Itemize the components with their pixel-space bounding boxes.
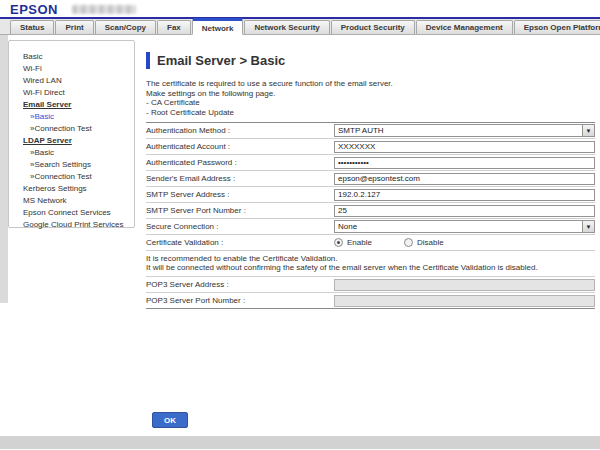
form-row-senders-email-address: Sender's Email Address : xyxy=(146,171,595,187)
field-label: Certificate Validation : xyxy=(146,238,334,247)
note-line: It will be connected without confirming … xyxy=(146,263,595,272)
form-row-pop3-server-address: POP3 Server Address : xyxy=(146,277,595,293)
note-line: It is recommended to enable the Certific… xyxy=(146,254,595,263)
tab-device-management[interactable]: Device Management xyxy=(416,20,513,34)
epson-logo: EPSON xyxy=(10,2,58,17)
sidebar-item-epson-connect-services[interactable]: Epson Connect Services xyxy=(9,207,134,219)
sidebar-item-wifi-direct[interactable]: Wi-Fi Direct xyxy=(9,87,134,99)
certificate-validation-radio-group: Enable Disable xyxy=(334,238,444,247)
sidebar-item-ms-network[interactable]: MS Network xyxy=(9,195,134,207)
radio-label: Enable xyxy=(347,238,372,247)
tab-scan-copy[interactable]: Scan/Copy xyxy=(95,20,156,34)
ok-button[interactable]: OK xyxy=(152,412,188,428)
page-title-box: Email Server > Basic xyxy=(146,52,595,69)
sidebar-item-ldap-basic[interactable]: »Basic xyxy=(9,147,134,159)
smtp-server-address-input[interactable] xyxy=(334,189,595,201)
form-row-smtp-server-port-number: SMTP Server Port Number : xyxy=(146,203,595,219)
field-label: Authentication Method : xyxy=(146,126,334,135)
sidebar-item-ldap-connection-test[interactable]: »Connection Test xyxy=(9,171,134,183)
form-row-certificate-validation: Certificate Validation : Enable Disable xyxy=(146,235,595,251)
left-gutter xyxy=(0,35,8,303)
form-row-secure-connection: Secure Connection : None ▼ xyxy=(146,219,595,235)
form-row-authenticated-password: Authenticated Password : xyxy=(146,155,595,171)
form-row-smtp-server-address: SMTP Server Address : xyxy=(146,187,595,203)
settings-form: Authentication Method : SMTP AUTH ▼ Auth… xyxy=(146,122,595,309)
authentication-method-select[interactable]: SMTP AUTH ▼ xyxy=(334,124,595,137)
tab-bar: Status Print Scan/Copy Fax Network Netwo… xyxy=(0,19,600,35)
radio-unselected-icon xyxy=(404,238,413,247)
tab-print[interactable]: Print xyxy=(55,20,93,34)
field-label: Authenticated Account : xyxy=(146,142,334,151)
field-label: Secure Connection : xyxy=(146,222,334,231)
authenticated-password-input[interactable] xyxy=(334,157,595,169)
selected-value: SMTP AUTH xyxy=(335,126,582,135)
smtp-server-port-number-input[interactable] xyxy=(334,205,595,217)
description-line: - Root Certificate Update xyxy=(146,108,595,118)
page-title: Email Server > Basic xyxy=(157,53,285,68)
field-label: Sender's Email Address : xyxy=(146,174,334,183)
description-line: - CA Certificate xyxy=(146,98,595,108)
page-footer-strip xyxy=(0,436,600,449)
secure-connection-select[interactable]: None ▼ xyxy=(334,220,595,233)
description-line: Make settings on the following page. xyxy=(146,89,595,99)
certificate-validation-enable-radio[interactable]: Enable xyxy=(334,238,372,247)
sidebar-item-wifi[interactable]: Wi-Fi xyxy=(9,63,134,75)
field-label: SMTP Server Address : xyxy=(146,190,334,199)
dropdown-arrow-icon[interactable]: ▼ xyxy=(582,125,594,136)
tab-product-security[interactable]: Product Security xyxy=(331,20,415,34)
form-row-pop3-server-port-number: POP3 Server Port Number : xyxy=(146,293,595,309)
sidebar-item-basic[interactable]: Basic xyxy=(9,51,134,63)
certificate-validation-note: It is recommended to enable the Certific… xyxy=(146,251,595,277)
title-accent-bar xyxy=(146,52,150,69)
pop3-server-port-number-input xyxy=(334,295,595,307)
selected-value: None xyxy=(335,222,582,231)
tab-network-security[interactable]: Network Security xyxy=(244,20,329,34)
sidebar-item-google-cloud-print-services[interactable]: Google Cloud Print Services xyxy=(9,219,134,231)
certificate-validation-disable-radio[interactable]: Disable xyxy=(404,238,444,247)
dropdown-arrow-icon[interactable]: ▼ xyxy=(582,221,594,232)
sidebar-item-kerberos-settings[interactable]: Kerberos Settings xyxy=(9,183,134,195)
field-label: POP3 Server Port Number : xyxy=(146,296,334,305)
sidebar-item-email-server-basic[interactable]: »Basic xyxy=(9,111,134,123)
sidebar-item-email-server-connection-test[interactable]: »Connection Test xyxy=(9,123,134,135)
main-content: Email Server > Basic The certificate is … xyxy=(146,35,595,309)
authenticated-account-input[interactable] xyxy=(334,141,595,153)
tab-fax[interactable]: Fax xyxy=(157,20,191,34)
tab-epson-open-platform[interactable]: Epson Open Platform xyxy=(514,20,600,34)
form-row-authenticated-account: Authenticated Account : xyxy=(146,139,595,155)
page-description: The certificate is required to use a sec… xyxy=(146,79,595,117)
sidebar-item-ldap-search-settings[interactable]: »Search Settings xyxy=(9,159,134,171)
app-header: EPSON xyxy=(0,0,600,17)
senders-email-address-input[interactable] xyxy=(334,173,595,185)
field-label: Authenticated Password : xyxy=(146,158,334,167)
workspace: Basic Wi-Fi Wired LAN Wi-Fi Direct Email… xyxy=(0,35,600,449)
sidebar-item-email-server[interactable]: Email Server xyxy=(9,99,134,111)
model-name-redacted xyxy=(72,5,136,14)
description-line: The certificate is required to use a sec… xyxy=(146,79,595,89)
tab-status[interactable]: Status xyxy=(10,20,54,34)
field-label: POP3 Server Address : xyxy=(146,280,334,289)
form-row-authentication-method: Authentication Method : SMTP AUTH ▼ xyxy=(146,123,595,139)
field-label: SMTP Server Port Number : xyxy=(146,206,334,215)
tab-network[interactable]: Network xyxy=(192,18,244,35)
sidebar-nav: Basic Wi-Fi Wired LAN Wi-Fi Direct Email… xyxy=(8,40,135,228)
sidebar-item-ldap-server[interactable]: LDAP Server xyxy=(9,135,134,147)
pop3-server-address-input xyxy=(334,279,595,291)
radio-label: Disable xyxy=(417,238,444,247)
radio-selected-icon xyxy=(334,238,343,247)
sidebar-item-wired-lan[interactable]: Wired LAN xyxy=(9,75,134,87)
